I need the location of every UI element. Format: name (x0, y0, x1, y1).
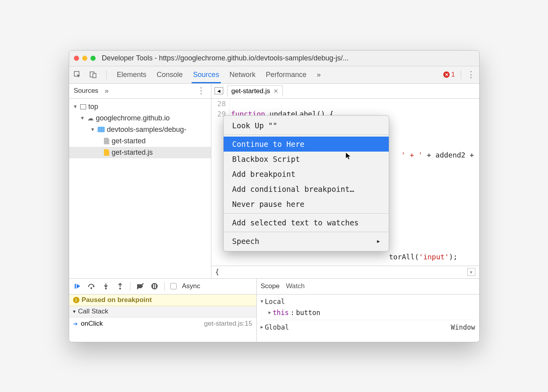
tab-elements[interactable]: Elements (115, 71, 148, 79)
kebab-menu-icon[interactable]: ⋮ (467, 70, 475, 79)
navigator-menu-icon[interactable]: ⋮ (194, 86, 208, 96)
menu-label: Never pause here (232, 199, 305, 209)
menu-item-add-conditional-breakpoint[interactable]: Add conditional breakpoint… (224, 182, 389, 197)
footer-brace: { (215, 268, 219, 276)
navigator-tab-sources[interactable]: Sources (72, 87, 100, 95)
tree-label: googlechrome.github.io (96, 114, 170, 122)
menu-label: Continue to Here (232, 139, 305, 149)
devtools-window: Developer Tools - https://googlechrome.g… (69, 50, 480, 342)
tree-label: devtools-samples/debug- (107, 126, 186, 134)
separator (106, 70, 107, 79)
error-count: 1 (451, 71, 455, 79)
callstack-frame[interactable]: ➔ onClick get-started.js:15 (69, 317, 256, 330)
menu-label: Blackbox Script (232, 154, 300, 164)
editor-file-tab[interactable]: get-started.js ✕ (227, 85, 283, 97)
menu-item-continue-to-here[interactable]: Continue to Here (224, 137, 389, 152)
pause-on-exceptions-button[interactable] (150, 282, 159, 291)
menu-item-blackbox-script[interactable]: Blackbox Script (224, 152, 389, 167)
tab-network[interactable]: Network (228, 71, 257, 79)
navigator-tabs-overflow[interactable]: » (105, 87, 109, 95)
file-tab-label: get-started.js (232, 87, 270, 95)
chevron-down-icon: ▼ (90, 127, 95, 132)
file-tree: ▼ top ▼ ☁ googlechrome.github.io ▼ devto… (69, 99, 211, 161)
step-into-button[interactable] (102, 282, 110, 291)
navigator-sidebar: Sources » ⋮ ▼ top ▼ ☁ googlechrome.githu… (69, 84, 211, 278)
folder-icon (98, 127, 105, 132)
tree-file-html[interactable]: get-started (69, 135, 211, 147)
scroll-to-bottom-icon[interactable]: ▼ (467, 268, 475, 276)
chevron-down-icon: ▼ (261, 296, 264, 307)
menu-item-add-to-watches[interactable]: Add selected text to watches (224, 215, 389, 230)
tabbar-right: ✕ 1 ⋮ (443, 70, 475, 79)
svg-point-5 (105, 288, 106, 289)
async-checkbox[interactable] (170, 283, 177, 289)
tree-frame-top[interactable]: ▼ top (69, 101, 211, 113)
menu-item-add-breakpoint[interactable]: Add breakpoint (224, 167, 389, 182)
close-tab-icon[interactable]: ✕ (273, 88, 279, 95)
tree-file-js[interactable]: get-started.js (69, 147, 211, 158)
tab-console[interactable]: Console (155, 71, 185, 79)
callstack-header[interactable]: ▼ Call Stack (69, 306, 256, 317)
svg-rect-2 (93, 73, 96, 78)
resume-button[interactable] (73, 282, 82, 291)
navigator-tabs: Sources » ⋮ (69, 84, 211, 99)
code-text: + addend2 + (423, 151, 474, 159)
frame-icon (80, 104, 86, 109)
editor-tabs: ◀ get-started.js ✕ (211, 84, 479, 99)
chevron-down-icon: ▼ (72, 309, 77, 314)
scope-this-key: this (273, 307, 289, 318)
context-menu: Look Up "" Continue to Here Blackbox Scr… (223, 115, 389, 251)
scope-body: ▼ Local ▶ this: button ▶ Global Window (257, 294, 479, 334)
scope-this[interactable]: ▶ this: button (261, 307, 475, 318)
tab-scope[interactable]: Scope (261, 282, 280, 290)
minimize-window-button[interactable] (82, 56, 87, 61)
separator (130, 282, 130, 291)
menu-item-lookup[interactable]: Look Up "" (224, 118, 389, 133)
svg-rect-3 (75, 284, 76, 289)
tab-watch[interactable]: Watch (286, 282, 305, 290)
toggle-navigator-icon[interactable]: ◀ (215, 87, 223, 94)
editor-footer: { ▼ (211, 266, 479, 278)
tree-label: get-started.js (112, 148, 153, 157)
menu-separator (224, 232, 389, 232)
device-toolbar-icon[interactable] (89, 70, 98, 79)
tree-domain[interactable]: ▼ ☁ googlechrome.github.io (69, 113, 211, 124)
error-badge[interactable]: ✕ 1 (443, 71, 455, 79)
svg-point-6 (119, 288, 121, 289)
scope-local[interactable]: ▼ Local (261, 296, 475, 307)
titlebar: Developer Tools - https://googlechrome.g… (69, 51, 479, 66)
colon: : (290, 307, 294, 318)
svg-point-4 (90, 287, 92, 289)
editor-pane: ◀ get-started.js ✕ 28 29 function update… (211, 84, 479, 278)
cloud-icon: ☁ (87, 114, 94, 122)
menu-item-speech[interactable]: Speech▶ (224, 234, 389, 249)
line-number: 28 (211, 99, 226, 109)
tree-label: top (89, 103, 98, 111)
scope-global-label: Global (265, 322, 289, 333)
frame-name: onClick (81, 320, 103, 328)
scope-this-val: button (296, 307, 320, 318)
inspect-icon[interactable] (73, 70, 82, 79)
submenu-arrow-icon: ▶ (377, 236, 380, 246)
error-icon: ✕ (443, 71, 450, 78)
code-editor[interactable]: 28 29 function updateLabel() { var adden… (211, 99, 479, 266)
tab-performance[interactable]: Performance (264, 71, 308, 79)
menu-item-never-pause-here[interactable]: Never pause here (224, 197, 389, 212)
panel-tabs: Elements Console Sources Network Perform… (69, 66, 479, 84)
traffic-lights (74, 56, 96, 61)
tab-sources[interactable]: Sources (192, 71, 221, 83)
close-window-button[interactable] (74, 56, 79, 61)
menu-separator (224, 135, 389, 135)
zoom-window-button[interactable] (90, 56, 96, 61)
paused-text: Paused on breakpoint (82, 296, 152, 304)
chevron-down-icon: ▼ (80, 115, 85, 121)
step-over-button[interactable] (87, 282, 96, 291)
scope-global[interactable]: ▶ Global Window (261, 320, 475, 333)
code-string: ' + ' (397, 151, 423, 159)
svg-point-8 (151, 283, 158, 289)
tree-folder[interactable]: ▼ devtools-samples/debug- (69, 124, 211, 135)
debug-toolbar: Async (69, 279, 256, 294)
step-out-button[interactable] (116, 282, 124, 291)
tabs-overflow[interactable]: » (315, 71, 322, 79)
deactivate-breakpoints-button[interactable] (136, 282, 145, 291)
